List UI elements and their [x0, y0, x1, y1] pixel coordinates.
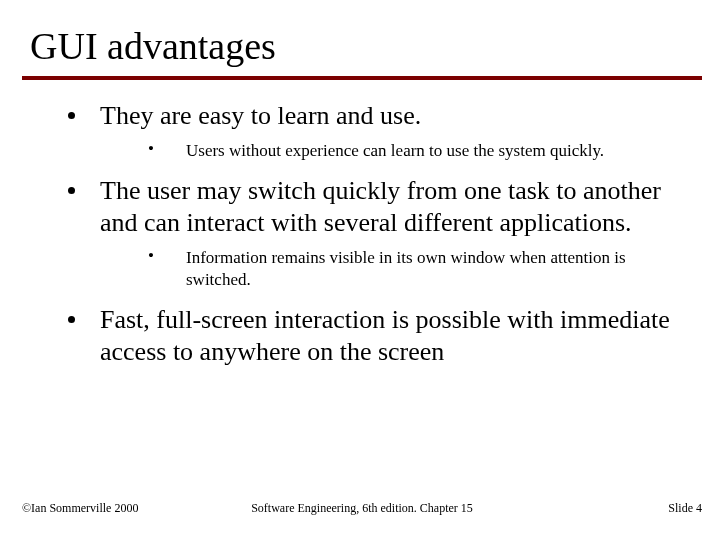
slide-title: GUI advantages	[30, 24, 276, 68]
sub-bullet-list: Users without experience can learn to us…	[100, 140, 670, 162]
slide-body: They are easy to learn and use. Users wi…	[60, 100, 670, 374]
footer-slide-number: Slide 4	[668, 501, 702, 516]
sub-bullet-item: Information remains visible in its own w…	[138, 247, 670, 291]
bullet-text: The user may switch quickly from one tas…	[100, 176, 661, 237]
bullet-item: The user may switch quickly from one tas…	[60, 175, 670, 290]
bullet-item: They are easy to learn and use. Users wi…	[60, 100, 670, 161]
sub-bullet-text: Information remains visible in its own w…	[186, 248, 626, 289]
bullet-item: Fast, full-screen interaction is possibl…	[60, 304, 670, 367]
sub-bullet-item: Users without experience can learn to us…	[138, 140, 670, 162]
slide: GUI advantages They are easy to learn an…	[0, 0, 720, 540]
footer-chapter: Software Engineering, 6th edition. Chapt…	[22, 501, 702, 516]
bullet-text: Fast, full-screen interaction is possibl…	[100, 305, 670, 366]
title-underline	[22, 76, 702, 80]
bullet-list: They are easy to learn and use. Users wi…	[60, 100, 670, 368]
bullet-text: They are easy to learn and use.	[100, 101, 421, 130]
sub-bullet-text: Users without experience can learn to us…	[186, 141, 604, 160]
sub-bullet-list: Information remains visible in its own w…	[100, 247, 670, 291]
